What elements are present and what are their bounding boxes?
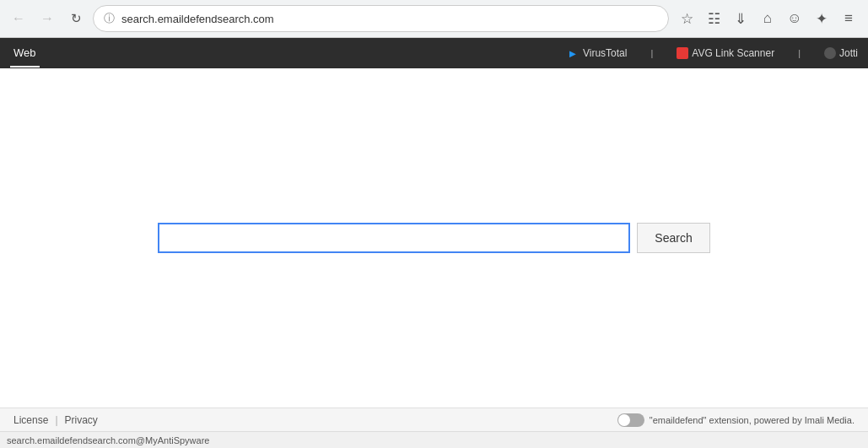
footer: License | Privacy "emaildefend" extensio… bbox=[0, 408, 868, 431]
virustotal-icon: ► bbox=[566, 46, 580, 60]
privacy-link[interactable]: Privacy bbox=[65, 414, 98, 426]
search-button[interactable]: Search bbox=[637, 223, 709, 253]
address-bar-row: ← → ↻ ⓘ ☆ ☷ ⇓ ⌂ ☺ ✦ ≡ bbox=[0, 0, 868, 37]
browser-chrome: ← → ↻ ⓘ ☆ ☷ ⇓ ⌂ ☺ ✦ ≡ bbox=[0, 0, 868, 38]
reload-button[interactable]: ↻ bbox=[64, 7, 88, 30]
nav-sep2: | bbox=[798, 48, 801, 58]
reading-list-button[interactable]: ☷ bbox=[701, 6, 726, 31]
status-bar: search.emaildefendsearch.com@MyAntiSpywa… bbox=[0, 431, 868, 448]
nav-web[interactable]: Web bbox=[10, 40, 40, 67]
nav-virustotal[interactable]: ► VirusTotal bbox=[566, 46, 627, 60]
page-nav: Web ► VirusTotal | AVG Link Scanner | Jo… bbox=[0, 38, 868, 68]
search-area: Search bbox=[158, 223, 709, 253]
footer-sep: | bbox=[55, 414, 57, 426]
home-button[interactable]: ⌂ bbox=[755, 6, 780, 31]
menu-button[interactable]: ≡ bbox=[836, 6, 861, 31]
footer-extension: "emaildefend" extension, powered by Imal… bbox=[617, 413, 855, 427]
back-button[interactable]: ← bbox=[7, 7, 30, 30]
toolbar-icons: ☆ ☷ ⇓ ⌂ ☺ ✦ ≡ bbox=[674, 6, 861, 31]
address-bar: ⓘ bbox=[93, 5, 669, 32]
main-content: Search bbox=[0, 68, 868, 408]
avg-icon bbox=[677, 47, 688, 59]
jotti-icon bbox=[824, 47, 836, 59]
bookmark-button[interactable]: ☆ bbox=[674, 6, 699, 31]
status-url: search.emaildefendsearch.com@MyAntiSpywa… bbox=[7, 435, 209, 445]
nav-jotti[interactable]: Jotti bbox=[824, 47, 858, 59]
info-icon: ⓘ bbox=[104, 11, 115, 26]
license-link[interactable]: License bbox=[13, 414, 48, 426]
download-button[interactable]: ⇓ bbox=[728, 6, 753, 31]
extension-toggle[interactable] bbox=[617, 413, 644, 427]
forward-button[interactable]: → bbox=[35, 7, 59, 30]
nav-avg[interactable]: AVG Link Scanner bbox=[677, 47, 774, 59]
search-input[interactable] bbox=[158, 223, 630, 253]
nav-sep1: | bbox=[650, 48, 653, 58]
extension-text: "emaildefend" extension, powered by Imal… bbox=[650, 415, 855, 425]
shield-button[interactable]: ✦ bbox=[809, 6, 834, 31]
address-input[interactable] bbox=[121, 13, 658, 25]
account-button[interactable]: ☺ bbox=[782, 6, 807, 31]
